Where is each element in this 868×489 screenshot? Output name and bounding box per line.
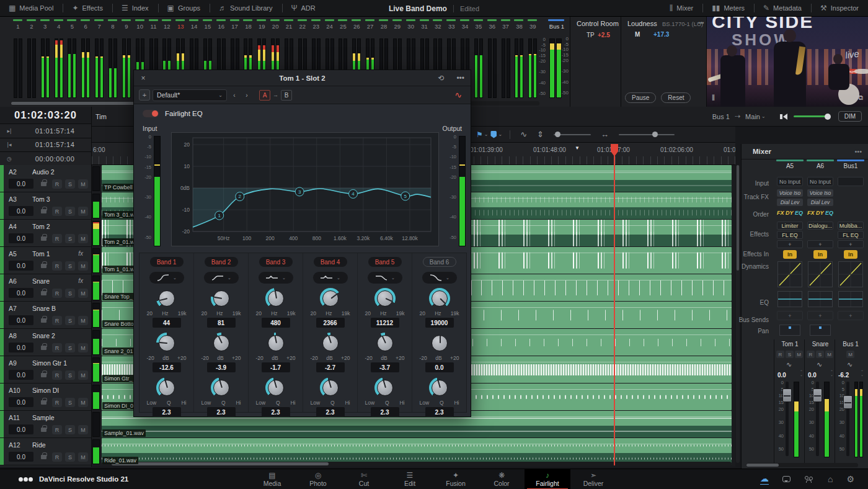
band-enable-button[interactable]: Band 2 xyxy=(205,257,238,267)
preset-next-button[interactable]: › xyxy=(242,89,252,101)
band-shape-select[interactable]: ⌄ xyxy=(368,272,402,284)
video-overlay-settings-icon[interactable]: ⫼ xyxy=(712,94,715,102)
band-q-value[interactable]: 2.3 xyxy=(153,407,181,417)
knob[interactable] xyxy=(159,335,175,351)
page-button-edit[interactable]: ☰Edit xyxy=(387,469,433,489)
band-enable-button[interactable]: Band 1 xyxy=(150,257,184,267)
knob[interactable] xyxy=(432,380,448,396)
band-gain-value[interactable]: -3.9 xyxy=(207,362,236,372)
timecode-row[interactable]: |◂01:01:57:14 xyxy=(0,138,91,153)
lock-icon[interactable] xyxy=(41,318,46,323)
track-gain-field[interactable]: 0.0 xyxy=(9,261,33,271)
effect-slot[interactable]: Multiba... xyxy=(838,222,864,230)
knob[interactable] xyxy=(268,380,284,396)
track-header-A7[interactable]: A7Snare B0.0RSM xyxy=(0,302,92,329)
track-m-button[interactable]: M xyxy=(78,398,88,407)
band-freq-value[interactable]: 44 xyxy=(153,318,181,328)
bridge-channel-3[interactable]: 3 xyxy=(38,17,52,107)
bridge-channel-35[interactable]: 35 xyxy=(472,17,485,107)
page-button-color[interactable]: ❋Color xyxy=(479,469,525,489)
toolbar-button-metadata[interactable]: ✎Metadata xyxy=(755,0,811,16)
bus-send-slot[interactable]: + xyxy=(777,311,803,320)
effect-slot[interactable]: FL EQ xyxy=(777,231,803,239)
track-s-button[interactable]: S xyxy=(65,179,75,189)
dialog-menu-icon[interactable]: ••• xyxy=(450,74,471,83)
effect-slot[interactable]: FL EQ xyxy=(838,231,864,239)
track-m-button[interactable]: M xyxy=(78,425,88,434)
track-gain-field[interactable]: 0.0 xyxy=(9,315,33,325)
home-icon[interactable]: ⌂ xyxy=(828,474,833,484)
add-effect-button[interactable]: + xyxy=(777,240,803,248)
track-r-button[interactable]: R xyxy=(52,370,62,380)
channel-input-select[interactable]: No Input xyxy=(777,177,803,186)
track-gain-field[interactable]: 0.0 xyxy=(9,343,33,352)
timeline-clip-A12[interactable]: Ride_01.wav xyxy=(102,438,732,465)
track-height-slider[interactable] xyxy=(554,134,591,135)
close-icon[interactable]: × xyxy=(134,74,153,83)
fader-m-button[interactable]: M xyxy=(795,351,803,358)
knob[interactable] xyxy=(377,335,393,351)
people-icon[interactable] xyxy=(804,476,814,483)
monitor-volume-slider[interactable] xyxy=(794,115,830,117)
bridge-channel-38[interactable]: 38 xyxy=(512,17,526,107)
track-gain-field[interactable]: 0.0 xyxy=(9,288,33,298)
plugin-bypass-icon[interactable]: ∿ xyxy=(454,90,466,100)
channel-input-select[interactable]: No Input xyxy=(807,177,833,186)
vertical-zoom-icon[interactable]: ⇕ xyxy=(537,130,544,139)
band-gain-value[interactable]: -1.7 xyxy=(262,362,290,372)
track-gain-field[interactable]: 0.0 xyxy=(9,452,33,462)
band-freq-value[interactable]: 19000 xyxy=(425,318,454,328)
track-header-A3[interactable]: A3Tom 30.0RSM xyxy=(0,192,92,220)
lock-icon[interactable] xyxy=(41,264,46,268)
track-s-button[interactable]: S xyxy=(65,261,75,271)
track-s-button[interactable]: S xyxy=(65,316,75,325)
timeline-marker[interactable]: ▼ xyxy=(575,145,580,151)
track-gain-field[interactable]: 0.0 xyxy=(9,206,33,216)
band-shape-select[interactable]: ⌄ xyxy=(422,272,457,284)
bridge-channel-7[interactable]: 7 xyxy=(92,17,106,107)
video-preview[interactable]: CITY SIDE SHOW live nord stage ⫼ ⧉ xyxy=(707,17,868,107)
knob[interactable] xyxy=(268,290,284,307)
fader-m-button[interactable]: M xyxy=(825,351,833,358)
page-button-deliver[interactable]: ➣Deliver xyxy=(570,469,616,489)
toolbar-button-media-pool[interactable]: ▦Media Pool xyxy=(0,0,63,16)
mixer-menu-icon[interactable]: ••• xyxy=(854,148,862,155)
track-m-button[interactable]: M xyxy=(78,370,88,380)
fader-r-button[interactable]: R xyxy=(776,351,784,358)
track-r-button[interactable]: R xyxy=(52,289,62,298)
track-header-A5[interactable]: A5Tom 1fx0.0RSM xyxy=(0,247,92,274)
lock-icon[interactable] xyxy=(41,182,46,186)
bridge-channel-2[interactable]: 2 xyxy=(25,17,38,107)
band-gain-value[interactable]: -2.7 xyxy=(316,362,345,372)
toolbar-button-groups[interactable]: ▣Groups xyxy=(159,0,210,16)
knob[interactable] xyxy=(268,335,284,351)
trackfx-badge[interactable]: Dial Lev xyxy=(777,199,803,206)
pan-control[interactable] xyxy=(779,325,800,336)
track-header-A4[interactable]: A4Tom 20.0RSM xyxy=(0,220,92,247)
track-m-button[interactable]: M xyxy=(78,343,88,352)
track-m-button[interactable]: M xyxy=(78,234,88,243)
band-shape-select[interactable]: ⌄ xyxy=(259,272,293,284)
monitor-dest-label[interactable]: Main xyxy=(745,113,760,120)
lock-icon[interactable] xyxy=(41,209,46,213)
pan-control[interactable] xyxy=(810,325,831,336)
cloud-icon[interactable]: ☁ xyxy=(760,473,769,485)
fader-value[interactable]: 0.0 xyxy=(808,372,817,379)
track-gain-field[interactable]: 0.0 xyxy=(9,397,33,407)
marker-icon[interactable] xyxy=(490,131,497,138)
fader-value[interactable]: -6.2 xyxy=(838,372,849,379)
bridge-channel-8[interactable]: 8 xyxy=(106,17,120,107)
fader-handle[interactable] xyxy=(813,388,822,402)
knob[interactable] xyxy=(213,290,229,307)
track-r-button[interactable]: R xyxy=(52,234,62,243)
timecode-row[interactable]: ▸|01:01:57:14 xyxy=(0,124,91,138)
fader-s-button[interactable]: S xyxy=(786,351,794,358)
eq-graph-thumb[interactable] xyxy=(838,291,863,307)
knob[interactable] xyxy=(159,290,175,307)
band-freq-value[interactable]: 81 xyxy=(207,318,236,328)
bridge-channel-37[interactable]: 37 xyxy=(499,17,513,107)
mixer-scrollbar[interactable] xyxy=(746,463,858,467)
band-gain-value[interactable]: 0.0 xyxy=(425,362,454,372)
track-m-button[interactable]: M xyxy=(78,316,88,325)
bridge-channel-5[interactable]: 5 xyxy=(65,17,79,107)
